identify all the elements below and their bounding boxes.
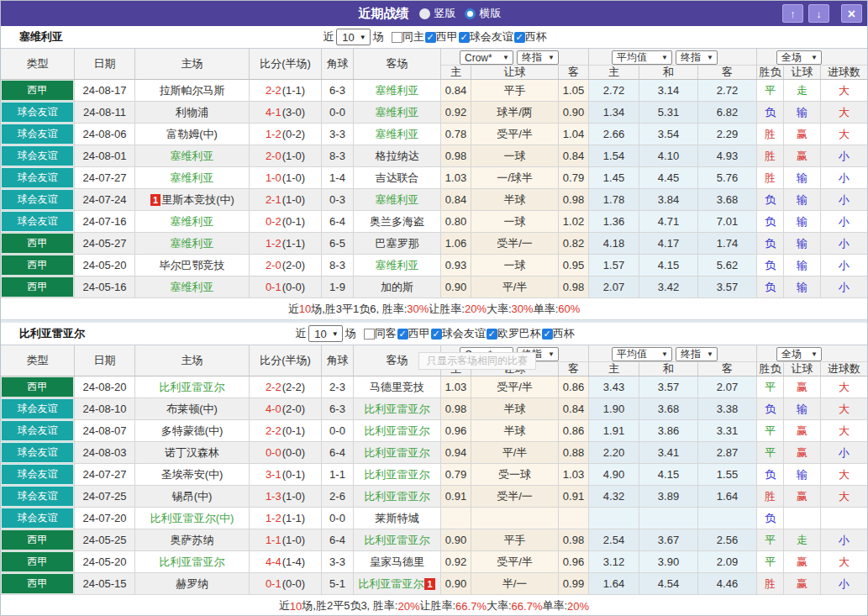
home-team-cell: 毕尔巴鄂竞技 xyxy=(135,255,250,276)
away-odds-cell: 0.84 xyxy=(559,145,589,166)
same-venue-checkbox[interactable] xyxy=(392,32,402,43)
away-team: 奥兰多海盗 xyxy=(370,214,424,229)
goals-over-under-cell: 小 xyxy=(821,442,867,463)
goals-over-under-cell: 小 xyxy=(821,145,867,166)
vertical-layout-radio[interactable] xyxy=(419,8,430,19)
fulltime-score: 2-0 xyxy=(266,259,281,271)
avg-away-odds-cell: 2.56 xyxy=(698,529,757,550)
away-odds-cell: 0.88 xyxy=(559,442,589,463)
avg-draw-odds-cell xyxy=(639,508,698,529)
same-venue-checkbox[interactable] xyxy=(364,329,375,340)
halftime-score: (0-0) xyxy=(282,577,305,590)
avg-home-odds-cell: 4.90 xyxy=(589,464,639,485)
avg-away-odds-cell: 2.72 xyxy=(698,80,757,101)
halftime-score: (2-0) xyxy=(282,259,305,271)
avg-away-odds-cell: 1.74 xyxy=(698,233,757,254)
full-match-select[interactable]: 全场▼ xyxy=(776,347,822,361)
league-cell: 球会友谊 xyxy=(1,102,75,123)
bookmaker-select[interactable]: Crow*▼ xyxy=(460,50,513,65)
league-checkbox-label: 球会友谊 xyxy=(470,29,513,45)
match-row: 西甲24-05-25奥萨苏纳1-1(1-0)6-4比利亚雷亚尔0.90平手0.9… xyxy=(1,529,867,551)
halftime-score: (1-1) xyxy=(282,237,305,250)
league-checkbox-label: 欧罗巴杯 xyxy=(497,326,541,341)
fulltime-score: 4-4 xyxy=(266,555,281,568)
corners-cell: 5-1 xyxy=(322,573,354,594)
league-cell: 西甲 xyxy=(1,255,75,276)
match-count-select[interactable]: 10▼ xyxy=(336,29,370,45)
final-odds-select[interactable]: 终指▼ xyxy=(517,50,559,65)
home-odds-cell xyxy=(441,508,471,529)
goals-over-under-cell: 大 xyxy=(821,486,867,507)
score-cell: 1-0(1-0) xyxy=(250,167,322,188)
match-row: 西甲24-08-17拉斯帕尔马斯2-2(1-1)6-3塞维利亚0.84平手1.0… xyxy=(1,80,867,102)
move-down-button[interactable]: ↓ xyxy=(808,4,829,23)
final-odds-select-2[interactable]: 终指▼ xyxy=(676,50,718,65)
match-count-select[interactable]: 10▼ xyxy=(308,325,342,342)
league-checkbox[interactable]: ✓ xyxy=(431,329,442,340)
team-label: 锡昂(中) xyxy=(172,490,213,503)
avg-draw-odds-cell: 4.17 xyxy=(639,233,698,254)
handicap-line-cell: 受平/半 xyxy=(471,551,559,572)
chevron-down-icon: ▼ xyxy=(360,34,366,41)
result-cell: 负 xyxy=(757,508,784,529)
league-checkbox[interactable]: ✓ xyxy=(425,32,436,43)
away-team: 比利亚雷亚尔1 xyxy=(358,577,435,592)
home-team: 锡昂(中) xyxy=(172,489,213,504)
avg-draw-odds-cell: 3.84 xyxy=(639,189,698,210)
home-team-cell: 利物浦 xyxy=(135,102,250,123)
avg-home-odds-cell: 1.34 xyxy=(589,102,639,123)
home-odds-cell: 0.96 xyxy=(441,420,471,441)
score-cell: 0-2(0-1) xyxy=(250,211,322,232)
summary-segment: 大率: xyxy=(487,302,512,317)
move-up-button[interactable]: ↑ xyxy=(782,4,803,23)
away-team: 塞维利亚 xyxy=(376,258,419,273)
avg-draw-odds-cell: 3.67 xyxy=(639,529,698,550)
table-header: 类型日期主场比分(半场)角球客场主让球客主和客胜负让球进球数Crow*▼终指▼平… xyxy=(1,345,867,376)
average-odds-select[interactable]: 平均值▼ xyxy=(612,347,672,361)
handicap-result-cell: 赢 xyxy=(784,124,821,145)
home-team: 塞维利亚 xyxy=(171,280,214,295)
away-team: 马德里竞技 xyxy=(370,380,424,395)
sub-column-header: 主 xyxy=(589,362,639,376)
league-checkbox[interactable]: ✓ xyxy=(397,329,408,340)
column-header: 主场 xyxy=(135,345,250,376)
recent-results-window: 近期战绩 竖版 横版 ↑ ↓ × 塞维利亚 近10▼场同主✓西甲✓球会友谊✓西杯… xyxy=(0,0,868,616)
matches-table-body: 西甲24-08-17拉斯帕尔马斯2-2(1-1)6-3塞维利亚0.84平手1.0… xyxy=(1,80,867,298)
away-odds-cell: 0.96 xyxy=(559,551,589,572)
sub-column-header: 客 xyxy=(698,362,757,376)
halftime-score: (1-1) xyxy=(282,512,305,524)
league-cell: 球会友谊 xyxy=(1,124,75,145)
corners-cell: 6-4 xyxy=(322,442,354,463)
avg-draw-odds-cell: 3.68 xyxy=(639,398,698,419)
corners-cell: 1-1 xyxy=(322,464,354,485)
home-team-cell: 赫罗纳 xyxy=(135,573,250,594)
league-checkbox-label: 西杯 xyxy=(525,29,547,45)
result-cell: 胜 xyxy=(757,145,784,166)
handicap-result-cell xyxy=(784,508,821,529)
home-team-cell: 布莱顿(中) xyxy=(135,398,250,419)
handicap-result-cell: 走 xyxy=(784,80,821,101)
league-checkbox[interactable]: ✓ xyxy=(542,329,553,340)
close-button[interactable]: × xyxy=(841,4,862,23)
average-odds-select[interactable]: 平均值▼ xyxy=(612,50,672,65)
away-team-cell: 比利亚雷亚尔1 xyxy=(354,573,441,594)
halftime-score: (1-0) xyxy=(282,490,305,503)
league-checkbox[interactable]: ✓ xyxy=(514,32,525,43)
horizontal-layout-radio[interactable] xyxy=(465,8,476,19)
goals-over-under-cell: 小 xyxy=(821,233,867,254)
handicap-result-cell: 赢 xyxy=(784,442,821,463)
home-team-cell: 比利亚雷亚尔 xyxy=(135,551,250,572)
final-odds-select-2[interactable]: 终指▼ xyxy=(676,347,718,361)
halftime-score: (1-4) xyxy=(282,555,305,568)
full-match-select[interactable]: 全场▼ xyxy=(776,50,822,65)
league-checkbox[interactable]: ✓ xyxy=(459,32,470,43)
home-odds-cell: 0.90 xyxy=(441,573,471,594)
fulltime-score: 4-1 xyxy=(266,106,281,118)
date-cell: 24-07-27 xyxy=(75,464,135,485)
avg-draw-odds-cell: 3.14 xyxy=(639,80,698,101)
league-cell: 球会友谊 xyxy=(1,464,75,485)
league-checkbox[interactable]: ✓ xyxy=(487,329,497,340)
summary-segment: 10 xyxy=(290,600,302,613)
away-odds-cell: 0.82 xyxy=(559,233,589,254)
result-cell: 胜 xyxy=(757,486,784,507)
